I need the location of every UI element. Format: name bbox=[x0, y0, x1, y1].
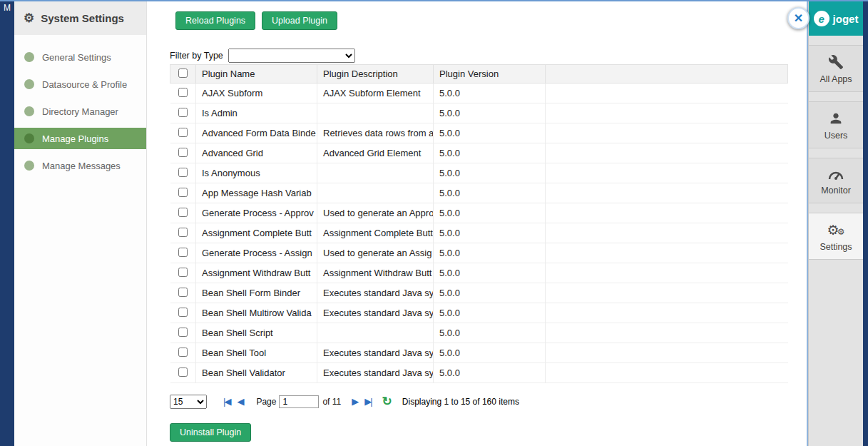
row-checkbox[interactable] bbox=[178, 88, 188, 97]
table-row[interactable]: Advanced Grid Advanced Grid Element 5.0.… bbox=[170, 143, 788, 163]
row-checkbox[interactable] bbox=[178, 288, 188, 297]
reload-plugins-button[interactable]: Reload Plugins bbox=[175, 11, 255, 30]
row-checkbox[interactable] bbox=[178, 368, 188, 377]
gear-icon: ⚙ bbox=[24, 11, 34, 26]
page-size-select[interactable]: 15 bbox=[170, 395, 207, 409]
plugin-version-cell: 5.0.0 bbox=[434, 223, 546, 243]
row-checkbox[interactable] bbox=[178, 308, 188, 317]
filler-cell bbox=[546, 123, 788, 143]
column-header-plugin-description[interactable]: Plugin Description bbox=[317, 65, 434, 83]
uninstall-plugin-button[interactable]: Uninstall Plugin bbox=[170, 423, 251, 442]
plugin-name-cell: Bean Shell Form Binder bbox=[196, 283, 317, 303]
plugin-name-cell: Generate Process - Assign bbox=[196, 243, 317, 263]
row-checkbox[interactable] bbox=[178, 148, 188, 157]
table-row[interactable]: Generate Process - Assign Used to genera… bbox=[170, 243, 788, 263]
plugin-name-cell: Advanced Form Data Binde bbox=[196, 123, 317, 143]
row-checkbox[interactable] bbox=[178, 128, 188, 137]
rail-item-label: All Apps bbox=[820, 74, 852, 84]
row-checkbox[interactable] bbox=[178, 188, 188, 197]
sidebar-item-datasource-profile[interactable]: Datasource & Profile bbox=[14, 74, 146, 95]
row-checkbox-cell bbox=[170, 283, 196, 303]
row-checkbox[interactable] bbox=[178, 268, 188, 277]
select-all-checkbox[interactable] bbox=[178, 69, 188, 78]
plugin-version-cell: 5.0.0 bbox=[434, 243, 546, 263]
table-row[interactable]: Is Anonymous 5.0.0 bbox=[170, 163, 788, 183]
bullet-icon bbox=[24, 161, 34, 171]
row-checkbox[interactable] bbox=[178, 168, 188, 177]
row-checkbox[interactable] bbox=[178, 348, 188, 357]
table-row[interactable]: Bean Shell Multirow Valida Executes stan… bbox=[170, 303, 788, 323]
last-page-icon[interactable]: ▶| bbox=[364, 396, 371, 407]
plugin-description-cell: Executes standard Java sy bbox=[317, 343, 434, 363]
sidebar-item-directory-manager[interactable]: Directory Manager bbox=[14, 101, 146, 122]
joget-brand[interactable]: e joget bbox=[809, 1, 863, 36]
plugin-name-cell: Is Anonymous bbox=[196, 163, 317, 183]
row-checkbox[interactable] bbox=[178, 228, 188, 237]
rail-item-all-apps[interactable]: All Apps bbox=[809, 45, 863, 92]
filter-row: Filter by Type bbox=[170, 49, 355, 63]
row-checkbox-cell bbox=[170, 363, 196, 383]
row-checkbox[interactable] bbox=[178, 328, 188, 337]
sidebar-item-label: General Settings bbox=[42, 52, 111, 63]
filler-cell bbox=[546, 223, 788, 243]
filler-cell bbox=[546, 343, 788, 363]
plugin-name-cell: Assignment Withdraw Butt bbox=[196, 263, 317, 283]
table-row[interactable]: Generate Process - Approv Used to genera… bbox=[170, 203, 788, 223]
plugin-version-cell: 5.0.0 bbox=[434, 303, 546, 323]
row-checkbox-cell bbox=[170, 183, 196, 203]
table-row[interactable]: Bean Shell Tool Executes standard Java s… bbox=[170, 343, 788, 363]
plugin-description-cell bbox=[317, 103, 434, 123]
row-checkbox-cell bbox=[170, 103, 196, 123]
page-number-input[interactable] bbox=[279, 395, 319, 408]
plugin-version-cell: 5.0.0 bbox=[434, 283, 546, 303]
row-checkbox[interactable] bbox=[178, 248, 188, 257]
table-row[interactable]: Bean Shell Script 5.0.0 bbox=[170, 323, 788, 343]
prev-page-icon[interactable]: ◀ bbox=[237, 396, 242, 407]
plugin-description-cell bbox=[317, 163, 434, 183]
row-checkbox[interactable] bbox=[178, 108, 188, 117]
filler-cell bbox=[546, 283, 788, 303]
upload-plugin-button[interactable]: Upload Plugin bbox=[262, 11, 337, 30]
rail-item-settings[interactable]: ⚙⚙ Settings bbox=[809, 213, 863, 260]
table-row[interactable]: App Message Hash Variab 5.0.0 bbox=[170, 183, 788, 203]
row-checkbox-cell bbox=[170, 343, 196, 363]
rail-item-label: Settings bbox=[820, 242, 852, 252]
pagination-bar: 15 |◀ ◀ Page of 11 ▶ ▶| ↻ Displaying 1 t… bbox=[170, 394, 519, 409]
table-row[interactable]: AJAX Subform AJAX Subform Element 5.0.0 bbox=[170, 83, 788, 103]
sidebar-item-label: Manage Messages bbox=[42, 161, 121, 171]
table-row[interactable]: Assignment Complete Butt Assignment Comp… bbox=[170, 223, 788, 243]
row-checkbox-cell bbox=[170, 123, 196, 143]
wrench-icon bbox=[828, 54, 844, 70]
first-page-icon[interactable]: |◀ bbox=[223, 396, 230, 407]
sidebar-item-manage-plugins[interactable]: Manage Plugins bbox=[14, 128, 146, 149]
column-header-plugin-version[interactable]: Plugin Version bbox=[434, 65, 546, 83]
sidebar-item-label: Datasource & Profile bbox=[42, 79, 127, 90]
plugin-name-cell: Bean Shell Tool bbox=[196, 343, 317, 363]
filter-type-select[interactable] bbox=[228, 49, 355, 63]
sidebar-item-general-settings[interactable]: General Settings bbox=[14, 46, 146, 68]
plugin-description-cell: AJAX Subform Element bbox=[317, 83, 434, 103]
row-checkbox-cell bbox=[170, 203, 196, 223]
row-checkbox-cell bbox=[170, 303, 196, 323]
settings-sidebar: ⚙ System Settings General Settings Datas… bbox=[14, 1, 147, 446]
plugin-description-cell bbox=[317, 183, 434, 203]
sidebar-item-manage-messages[interactable]: Manage Messages bbox=[14, 155, 146, 176]
next-page-icon[interactable]: ▶ bbox=[352, 396, 357, 407]
row-checkbox[interactable] bbox=[178, 208, 188, 217]
plugin-name-cell: App Message Hash Variab bbox=[196, 183, 317, 203]
table-row[interactable]: Bean Shell Form Binder Executes standard… bbox=[170, 283, 788, 303]
plugin-name-cell: Is Admin bbox=[196, 103, 317, 123]
filler-cell bbox=[546, 203, 788, 223]
table-row[interactable]: Bean Shell Validator Executes standard J… bbox=[170, 363, 788, 383]
column-header-plugin-name[interactable]: Plugin Name bbox=[196, 65, 317, 83]
table-row[interactable]: Is Admin 5.0.0 bbox=[170, 103, 788, 123]
table-row[interactable]: Advanced Form Data Binde Retrieves data … bbox=[170, 123, 788, 143]
close-button[interactable]: ✕ bbox=[787, 7, 810, 29]
plugin-version-cell: 5.0.0 bbox=[434, 123, 546, 143]
refresh-icon[interactable]: ↻ bbox=[382, 394, 392, 409]
table-row[interactable]: Assignment Withdraw Butt Assignment With… bbox=[170, 263, 788, 283]
plugin-version-cell: 5.0.0 bbox=[434, 343, 546, 363]
row-checkbox-cell bbox=[170, 143, 196, 163]
rail-item-monitor[interactable]: Monitor bbox=[809, 158, 863, 203]
rail-item-users[interactable]: Users bbox=[809, 101, 863, 148]
